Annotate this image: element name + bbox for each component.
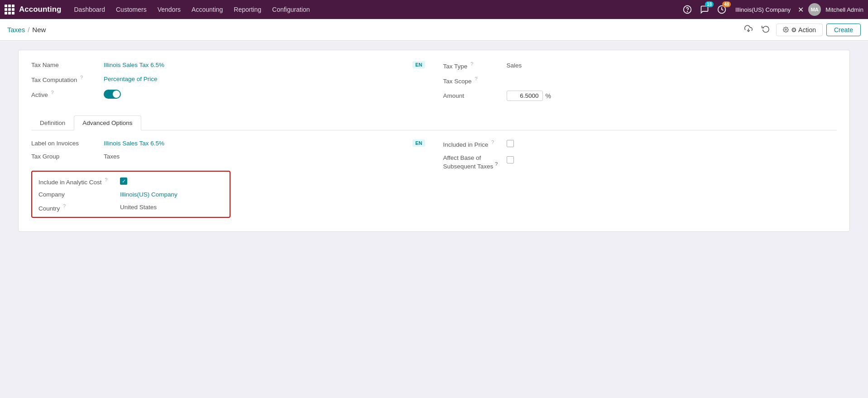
country-value[interactable]: United States bbox=[120, 204, 157, 211]
amount-input[interactable] bbox=[507, 91, 543, 101]
form-top-section: Tax Name Illinois Sales Tax 6.5% EN Tax … bbox=[31, 61, 837, 107]
country-row: Country ? United States bbox=[38, 203, 223, 212]
support-icon[interactable] bbox=[681, 3, 694, 16]
tax-group-label: Tax Group bbox=[31, 153, 104, 160]
company-row: Company Illinois(US) Company bbox=[38, 191, 223, 198]
svg-point-1 bbox=[687, 11, 688, 12]
active-row: Active ? bbox=[31, 90, 425, 99]
tab-content-advanced: Label on Invoices Illinois Sales Tax 6.5… bbox=[31, 139, 837, 218]
amount-row: Amount % bbox=[443, 91, 837, 101]
menu-vendors[interactable]: Vendors bbox=[153, 4, 185, 15]
percent-symbol: % bbox=[546, 92, 551, 100]
top-navigation: Accounting Dashboard Customers Vendors A… bbox=[0, 0, 868, 19]
label-lang-badge[interactable]: EN bbox=[412, 139, 425, 147]
tax-type-label: Tax Type ? bbox=[443, 61, 507, 70]
menu-configuration[interactable]: Configuration bbox=[268, 4, 314, 15]
tax-group-value[interactable]: Taxes bbox=[104, 153, 425, 160]
country-label: Country ? bbox=[38, 203, 120, 212]
tab-advanced-options[interactable]: Advanced Options bbox=[74, 115, 141, 130]
breadcrumb-separator: / bbox=[28, 26, 29, 34]
tax-computation-value[interactable]: Percentage of Price bbox=[104, 76, 425, 82]
include-analytic-row: Include in Analytic Cost ? ✓ bbox=[38, 177, 223, 186]
tax-scope-label: Tax Scope ? bbox=[443, 76, 507, 85]
tax-type-row: Tax Type ? Sales bbox=[443, 61, 837, 70]
tax-name-label: Tax Name bbox=[31, 62, 104, 68]
top-menu: Dashboard Customers Vendors Accounting R… bbox=[70, 4, 681, 15]
breadcrumb: Taxes / New bbox=[7, 26, 46, 34]
activity-badge: 48 bbox=[722, 1, 731, 7]
included-in-price-checkbox[interactable] bbox=[507, 140, 514, 147]
affect-base-row: Affect Base of Subsequent Taxes ? bbox=[443, 154, 837, 170]
chat-icon[interactable]: 18 bbox=[698, 3, 711, 16]
tab-definition[interactable]: Definition bbox=[31, 115, 74, 130]
cloud-save-button[interactable] bbox=[742, 23, 755, 37]
included-in-price-help[interactable]: ? bbox=[491, 139, 494, 145]
include-analytic-label: Include in Analytic Cost ? bbox=[38, 177, 120, 186]
include-analytic-help[interactable]: ? bbox=[105, 177, 107, 182]
tabs: Definition Advanced Options bbox=[31, 115, 837, 130]
menu-reporting[interactable]: Reporting bbox=[229, 4, 266, 15]
action-button[interactable]: ⚙ Action bbox=[776, 24, 823, 36]
label-on-invoices-label: Label on Invoices bbox=[31, 140, 104, 147]
form-card: Tax Name Illinois Sales Tax 6.5% EN Tax … bbox=[18, 50, 850, 232]
action-label: ⚙ Action bbox=[791, 26, 816, 34]
activity-icon[interactable]: 48 bbox=[715, 3, 728, 16]
tax-type-value[interactable]: Sales bbox=[507, 62, 522, 69]
tax-group-row: Tax Group Taxes bbox=[31, 153, 425, 160]
active-toggle[interactable] bbox=[104, 90, 121, 99]
affect-base-label: Affect Base of Subsequent Taxes ? bbox=[443, 154, 507, 170]
company-value[interactable]: Illinois(US) Company bbox=[120, 191, 177, 198]
refresh-button[interactable] bbox=[759, 23, 772, 37]
breadcrumb-parent[interactable]: Taxes bbox=[7, 26, 25, 34]
create-button[interactable]: Create bbox=[826, 24, 861, 36]
advanced-content: Label on Invoices Illinois Sales Tax 6.5… bbox=[31, 139, 837, 218]
amount-label: Amount bbox=[443, 92, 507, 99]
affect-subsequent-help[interactable]: ? bbox=[495, 161, 498, 167]
tax-scope-help[interactable]: ? bbox=[475, 76, 477, 82]
breadcrumb-current: New bbox=[32, 26, 46, 34]
tax-computation-row: Tax Computation ? Percentage of Price bbox=[31, 75, 425, 83]
active-help[interactable]: ? bbox=[51, 90, 54, 95]
app-brand[interactable]: Accounting bbox=[19, 5, 62, 14]
label-on-invoices-row: Label on Invoices Illinois Sales Tax 6.5… bbox=[31, 139, 425, 147]
topnav-right: 18 48 Illinois(US) Company ✕ MA Mitchell… bbox=[681, 3, 863, 16]
affect-base-checkbox[interactable] bbox=[507, 156, 514, 163]
tax-name-value[interactable]: Illinois Sales Tax 6.5% bbox=[104, 62, 407, 68]
include-analytic-checkbox[interactable]: ✓ bbox=[120, 177, 127, 185]
tax-type-help[interactable]: ? bbox=[470, 61, 473, 67]
tax-scope-row: Tax Scope ? bbox=[443, 76, 837, 85]
included-in-price-row: Included in Price ? bbox=[443, 139, 837, 148]
menu-dashboard[interactable]: Dashboard bbox=[70, 4, 110, 15]
app-grid-icon[interactable] bbox=[5, 5, 14, 14]
menu-customers[interactable]: Customers bbox=[111, 4, 151, 15]
chat-badge: 18 bbox=[705, 1, 714, 7]
svg-point-4 bbox=[785, 29, 786, 30]
company-label: Company bbox=[38, 191, 120, 198]
tax-computation-help[interactable]: ? bbox=[80, 75, 83, 80]
tax-computation-label: Tax Computation ? bbox=[31, 75, 104, 83]
active-label: Active ? bbox=[31, 90, 104, 98]
avatar[interactable]: MA bbox=[808, 3, 821, 16]
avatar-initials: MA bbox=[811, 7, 819, 12]
admin-name[interactable]: Mitchell Admin bbox=[825, 6, 863, 13]
advanced-right: Included in Price ? Affect Base of Subse… bbox=[443, 139, 837, 218]
form-left-col: Tax Name Illinois Sales Tax 6.5% EN Tax … bbox=[31, 61, 425, 107]
country-help[interactable]: ? bbox=[63, 203, 66, 209]
affect-subsequent-label: Subsequent Taxes ? bbox=[443, 161, 507, 170]
main-content: Tax Name Illinois Sales Tax 6.5% EN Tax … bbox=[0, 41, 868, 241]
advanced-left: Label on Invoices Illinois Sales Tax 6.5… bbox=[31, 139, 425, 218]
breadcrumb-bar: Taxes / New ⚙ Action Create bbox=[0, 19, 868, 41]
tax-name-row: Tax Name Illinois Sales Tax 6.5% EN bbox=[31, 61, 425, 68]
settings-icon[interactable]: ✕ bbox=[798, 5, 804, 14]
form-right-col: Tax Type ? Sales Tax Scope ? Amount bbox=[443, 61, 837, 107]
label-on-invoices-value[interactable]: Illinois Sales Tax 6.5% bbox=[104, 140, 407, 147]
lang-badge[interactable]: EN bbox=[412, 61, 425, 68]
menu-accounting[interactable]: Accounting bbox=[187, 4, 227, 15]
included-in-price-label: Included in Price ? bbox=[443, 139, 507, 148]
highlight-box: Include in Analytic Cost ? ✓ Company Ill… bbox=[31, 171, 230, 218]
breadcrumb-actions: ⚙ Action Create bbox=[742, 23, 861, 37]
company-name[interactable]: Illinois(US) Company bbox=[735, 6, 791, 13]
